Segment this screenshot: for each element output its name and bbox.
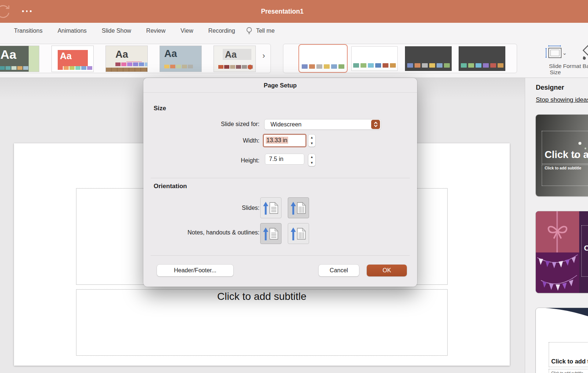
variant-thumbnail-2[interactable]	[351, 46, 398, 71]
slides-portrait-button[interactable]	[260, 197, 282, 218]
width-input[interactable]: 13.33 in	[263, 134, 306, 147]
sync-icon	[0, 3, 12, 20]
theme-thumbnail-1[interactable]: Aa	[0, 46, 39, 72]
color-swatch	[127, 62, 132, 66]
divider	[151, 255, 410, 256]
orientation-section-heading: Orientation	[154, 183, 187, 190]
color-swatch	[476, 63, 481, 68]
subtitle-placeholder[interactable]: Click to add subtitle	[76, 289, 448, 356]
color-swatch	[69, 66, 75, 70]
thumb-title-text: Click to add title	[545, 149, 588, 161]
tab-view[interactable]: View	[180, 28, 193, 34]
stepper-up-icon[interactable]: ▲	[308, 154, 315, 160]
color-swatch	[170, 65, 175, 68]
gift-bow-icon	[545, 223, 570, 240]
color-swatch	[361, 63, 366, 68]
notes-landscape-button[interactable]	[288, 223, 309, 244]
color-swatch	[121, 62, 126, 66]
tab-slide-show[interactable]: Slide Show	[102, 28, 131, 34]
theme-floor	[106, 68, 147, 72]
more-icon[interactable]	[22, 10, 32, 12]
theme-thumbnail-2[interactable]: Aa	[51, 46, 94, 72]
color-swatch	[429, 63, 435, 68]
thumb-subtitle-text: Click to add subtitle	[545, 166, 581, 170]
color-swatch	[224, 65, 229, 69]
stepper-down-icon[interactable]: ▼	[308, 141, 315, 147]
color-swatch	[145, 62, 148, 66]
color-swatch	[133, 62, 138, 66]
theme-aa-label: Aa	[115, 49, 128, 60]
theme-aa-label: Aa	[164, 48, 177, 60]
tab-recording[interactable]: Recording	[208, 28, 235, 34]
color-swatch	[415, 63, 420, 68]
variant-swatch-row	[302, 64, 344, 69]
color-swatch	[218, 65, 223, 69]
tab-review[interactable]: Review	[146, 28, 165, 34]
height-input[interactable]: 7.5 in	[265, 154, 304, 165]
color-swatch	[188, 65, 193, 68]
designer-heading: Designer	[536, 84, 564, 92]
variant-thumbnail-4[interactable]	[459, 46, 505, 71]
slide-size-icon[interactable]	[545, 45, 563, 60]
powerpoint-window: { "titlebar": { "title": "Presentation1"…	[0, 0, 588, 373]
slide-size-chevron-icon[interactable]: ⌄	[562, 50, 567, 56]
theme-accent-band	[29, 46, 39, 72]
stop-showing-ideas-link[interactable]: Stop showing ideas for new presentations	[536, 96, 588, 104]
landscape-orientation-icon	[290, 201, 307, 215]
color-swatch	[236, 65, 241, 69]
width-value: 13.33 in	[266, 137, 288, 144]
color-swatch	[309, 64, 315, 69]
width-stepper[interactable]: ▲ ▼	[308, 135, 315, 147]
format-background-icon[interactable]	[580, 44, 588, 61]
header-footer-button[interactable]: Header/Footer...	[157, 265, 233, 276]
bunting-decoration	[536, 252, 579, 293]
width-label: Width:	[143, 137, 259, 144]
color-swatch	[390, 63, 396, 68]
design-idea-thumbnail-3[interactable]: Click to add title Click to add subtitle	[536, 308, 588, 373]
design-idea-thumbnail-2[interactable]: C	[536, 211, 588, 293]
theme-underline	[126, 61, 142, 62]
format-background-button[interactable]: Format Background	[562, 63, 588, 69]
ok-button[interactable]: OK	[367, 265, 407, 276]
themes-expand-icon[interactable]: ›	[262, 51, 265, 61]
design-idea-thumbnail-1[interactable]: Click to add title Click to add subtitle	[536, 115, 588, 196]
dropdown-arrows-icon[interactable]	[371, 120, 380, 129]
ribbon: Aa Aa Aa Aa Aa ›	[0, 39, 588, 78]
size-section-heading: Size	[154, 105, 166, 112]
document-title: Presentation1	[261, 0, 304, 23]
thumb-partial-text: C	[584, 244, 588, 252]
height-value: 7.5 in	[269, 156, 283, 162]
divider	[151, 178, 410, 178]
variant-thumbnail-1-selected[interactable]	[298, 44, 348, 73]
color-swatch	[87, 66, 92, 70]
variant-swatch-row	[407, 63, 450, 68]
variant-swatch-row	[461, 63, 503, 68]
tell-me-group[interactable]: Tell me	[245, 26, 275, 35]
notes-portrait-button[interactable]	[260, 223, 282, 244]
color-swatch	[176, 65, 181, 68]
color-swatch	[461, 63, 467, 68]
theme-aa-label: Aa	[60, 51, 72, 61]
cancel-button[interactable]: Cancel	[319, 265, 359, 276]
color-swatch	[6, 66, 11, 70]
stepper-down-icon[interactable]: ▼	[308, 160, 315, 166]
variant-swatch-row	[353, 63, 396, 68]
tab-transitions[interactable]: Transitions	[14, 28, 43, 34]
theme-thumbnail-3[interactable]: Aa	[105, 46, 148, 72]
tab-tell-me[interactable]: Tell me	[256, 28, 275, 34]
color-swatch	[164, 65, 169, 68]
variant-thumbnail-3[interactable]	[405, 46, 452, 71]
theme-thumbnail-5[interactable]: Aa	[214, 46, 256, 72]
color-swatch	[182, 65, 187, 68]
theme-thumbnail-4[interactable]: Aa	[159, 46, 202, 72]
portrait-orientation-icon	[262, 201, 279, 215]
sized-for-value: Widescreen	[270, 121, 301, 128]
height-stepper[interactable]: ▲ ▼	[308, 154, 315, 166]
page-setup-dialog: Page Setup Size Slide sized for: Widescr…	[143, 78, 417, 287]
stepper-up-icon[interactable]: ▲	[308, 135, 315, 141]
color-swatch	[368, 63, 374, 68]
tab-animations[interactable]: Animations	[58, 28, 87, 34]
ribbon-tab-bar: Transitions Animations Slide Show Review…	[0, 23, 588, 39]
slide-sized-for-select[interactable]: Widescreen	[264, 119, 381, 130]
slides-landscape-button[interactable]	[288, 197, 309, 218]
